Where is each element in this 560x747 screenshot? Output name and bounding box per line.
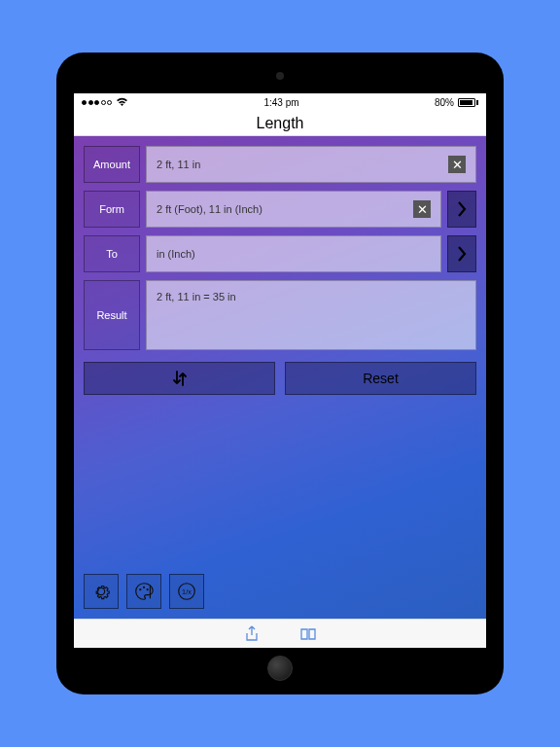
wifi-icon	[116, 97, 128, 107]
gear-icon	[90, 581, 112, 602]
content-area: Amount 2 ft, 11 in ✕ Form 2 ft (Foot), 1…	[74, 136, 486, 619]
svg-point-1	[143, 587, 145, 588]
value-to: in (Inch)	[157, 248, 431, 260]
precision-button[interactable]: 1/x	[169, 574, 204, 609]
close-icon: ✕	[417, 203, 428, 216]
screen: 1:43 pm 80% Length Amount 2 ft, 11 in ✕	[74, 93, 486, 648]
value-amount: 2 ft, 11 in	[157, 159, 440, 170]
row-result: Result 2 ft, 11 in = 35 in	[84, 280, 476, 350]
status-bar: 1:43 pm 80%	[74, 93, 486, 111]
svg-text:1/x: 1/x	[182, 587, 192, 596]
clear-amount-button[interactable]: ✕	[448, 156, 466, 173]
field-amount[interactable]: 2 ft, 11 in ✕	[146, 146, 476, 183]
status-time: 1:43 pm	[263, 97, 298, 108]
label-form: Form	[84, 191, 140, 228]
field-form[interactable]: 2 ft (Foot), 11 in (Inch) ✕	[146, 191, 441, 228]
fraction-icon: 1/x	[176, 581, 197, 602]
tablet-frame: 1:43 pm 80% Length Amount 2 ft, 11 in ✕	[56, 53, 504, 694]
palette-icon	[133, 581, 155, 602]
row-to: To in (Inch)	[84, 235, 476, 272]
home-button[interactable]	[267, 656, 293, 681]
field-result: 2 ft, 11 in = 35 in	[146, 280, 476, 350]
value-form: 2 ft (Foot), 11 in (Inch)	[157, 203, 405, 215]
tabs-button[interactable]	[299, 625, 317, 643]
toolbar: 1/x	[84, 574, 476, 609]
clear-form-button[interactable]: ✕	[413, 200, 431, 218]
settings-button[interactable]	[84, 574, 119, 609]
status-right: 80%	[435, 97, 478, 108]
status-left	[82, 97, 128, 107]
battery-percent: 80%	[435, 97, 454, 108]
battery-icon	[458, 98, 478, 107]
form-picker-button[interactable]	[447, 191, 476, 228]
chevron-right-icon	[457, 246, 467, 262]
close-icon: ✕	[452, 159, 463, 171]
front-camera	[276, 72, 284, 80]
swap-icon	[171, 369, 189, 388]
row-amount: Amount 2 ft, 11 in ✕	[84, 146, 476, 183]
label-result: Result	[84, 280, 140, 350]
share-button[interactable]	[243, 625, 261, 643]
action-row: Reset	[84, 362, 476, 395]
browser-toolbar	[74, 619, 486, 648]
book-icon	[299, 627, 317, 641]
share-icon	[244, 625, 260, 643]
label-to: To	[84, 235, 140, 272]
field-to[interactable]: in (Inch)	[146, 235, 441, 272]
theme-button[interactable]	[126, 574, 161, 609]
to-picker-button[interactable]	[447, 235, 476, 272]
svg-point-2	[147, 588, 149, 590]
swap-button[interactable]	[84, 362, 275, 395]
chevron-right-icon	[457, 201, 467, 217]
page-title: Length	[74, 111, 486, 136]
row-form: Form 2 ft (Foot), 11 in (Inch) ✕	[84, 191, 476, 228]
label-amount: Amount	[84, 146, 140, 183]
value-result: 2 ft, 11 in = 35 in	[157, 291, 466, 302]
reset-button[interactable]: Reset	[285, 362, 476, 395]
svg-point-0	[139, 588, 141, 590]
signal-dots-icon	[82, 100, 112, 105]
